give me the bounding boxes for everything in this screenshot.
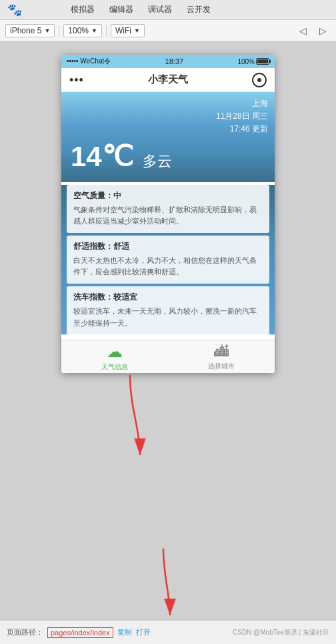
debugger-btn[interactable]: 调试器 [141,3,179,17]
comfort-title: 舒适指数：舒适 [73,241,263,252]
weather-condition: 多云 [143,153,172,170]
city-name: 上海 [68,97,268,110]
device-bar-divider [59,25,59,37]
weather-update: 17:46 更新 [68,123,268,135]
weather-tab-icon: ☁ [107,342,123,361]
nav-title: 小李天气 [148,73,188,86]
carwash-title: 洗车指数：较适宜 [73,292,263,303]
tab-bar: ☁ 天气信息 🏙 选择城市 [61,340,275,373]
editor-btn[interactable]: 编辑器 [103,3,140,17]
copy-button[interactable]: 复制 [117,627,132,637]
nav-bar: ••• 小李天气 [61,68,275,92]
page-path-label: 页面路径： [7,627,43,637]
app-logo: 🐾 [5,1,24,19]
volume-up-icon[interactable]: ▷ [315,23,331,39]
arrow-annotation-1 [110,368,163,462]
zoom-selector[interactable]: 100% ▼ [63,24,102,37]
weather-section: 上海 11月28日 周三 17:46 更新 14℃ 多云 [61,92,275,182]
phone-frame: ••••• WeChat令 18:37 100% ••• 小李天气 [61,55,275,373]
network-selector[interactable]: WiFi ▼ [111,24,145,37]
chevron-down-icon: ▼ [44,27,50,34]
info-cards-container: 空气质量：中 气象条件对空气污染物稀释、扩散和清除无明显影响，易感人群应适当减少… [61,185,275,335]
battery-indicator: 100% [237,58,269,65]
city-tab-icon: 🏙 [214,343,229,360]
cloud-dev-btn[interactable]: 云开发 [180,3,217,17]
weather-tab-label: 天气信息 [101,362,128,372]
volume-down-icon[interactable]: ◁ [295,23,311,39]
watermark-text: CSDN @MobTee屋丞 | 东濠社区 [233,628,329,637]
arrow-annotation-2 [143,542,197,622]
device-bar-divider2 [106,25,107,37]
network-value: WiFi [115,26,131,35]
bottom-bar: 页面路径： pages/index/index 复制 打开 CSDN @MobT… [0,620,336,644]
city-tab-label: 选择城市 [208,362,235,371]
location-info: 上海 11月28日 周三 17:46 更新 [61,92,275,137]
status-time: 18:37 [165,57,184,65]
carwash-content: 较适宜洗车，未来一天无雨，风力较小，擦洗一新的汽车至少能保持一天。 [73,306,263,329]
target-icon[interactable] [252,73,267,87]
tab-city[interactable]: 🏙 选择城市 [168,340,275,373]
weather-date: 11月28日 周三 [68,110,268,123]
air-quality-title: 空气质量：中 [73,190,263,202]
carwash-card: 洗车指数：较适宜 较适宜洗车，未来一天无雨，风力较小，擦洗一新的汽车至少能保持一… [67,286,269,334]
comfort-card: 舒适指数：舒适 白天不太热也不太冷，风力不大，相信您在这样的天气条件下，应会感到… [67,236,269,284]
nav-dots-btn[interactable]: ••• [69,74,84,86]
battery-icon [256,58,269,65]
open-button[interactable]: 打开 [136,627,151,637]
network-chevron-icon: ▼ [134,27,140,34]
air-quality-content: 气象条件对空气污染物稀释、扩散和清除无明显影响，易感人群应适当减少室外活动时间。 [73,204,263,228]
simulator-btn[interactable]: 模拟器 [64,3,101,17]
status-bar: ••••• WeChat令 18:37 100% [61,55,275,68]
zoom-value: 100% [68,26,89,35]
signal-indicator: ••••• WeChat令 [67,57,111,66]
tab-weather[interactable]: ☁ 天气信息 [61,340,168,373]
comfort-content: 白天不太热也不太冷，风力不大，相信您在这样的天气条件下，应会感到比较清爽和舒适。 [73,255,263,278]
device-selector[interactable]: iPhone 5 ▼ [5,24,55,37]
temp-section: 14℃ 多云 [61,137,275,182]
air-quality-card: 空气质量：中 气象条件对空气污染物稀释、扩散和清除无明显影响，易感人群应适当减少… [67,185,269,233]
page-path-value: pages/index/index [47,627,113,638]
zoom-chevron-icon: ▼ [91,27,97,34]
temperature-display: 14℃ [71,141,133,172]
device-name: iPhone 5 [10,26,41,35]
